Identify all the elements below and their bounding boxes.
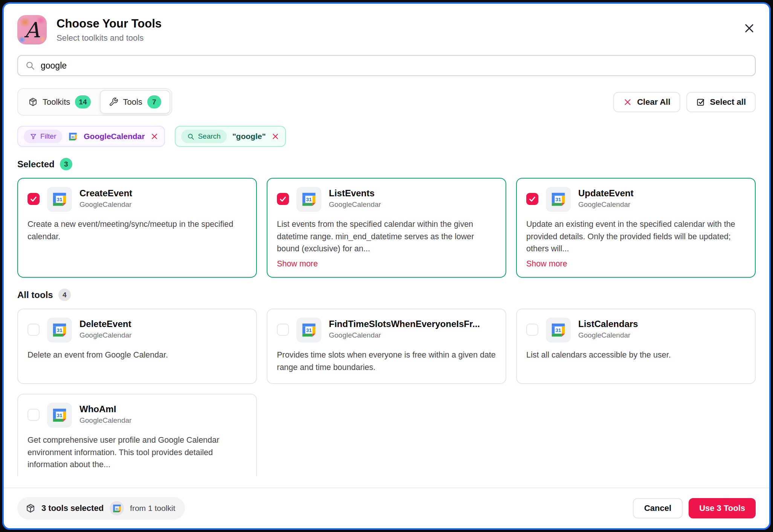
tool-card-list-events[interactable]: ListEvents GoogleCalendar List events fr… [267,178,506,278]
google-calendar-icon [51,407,68,424]
tool-description: List events from the specified calendar … [277,218,496,255]
clear-all-button[interactable]: Clear All [613,92,680,112]
tool-checkbox[interactable] [526,324,538,336]
google-calendar-icon [68,131,78,142]
active-filters: Filter GoogleCalendar Search "google" [17,126,756,147]
tool-toolkit: GoogleCalendar [79,200,132,209]
tool-toolkit: GoogleCalendar [329,331,480,339]
all-tools-section-title: All tools [17,290,53,300]
all-tools-section-header: All tools 4 [17,289,756,301]
tool-description: Create a new event/meeting/sync/meetup i… [27,218,247,243]
tool-name: ListCalendars [578,319,638,329]
select-all-label: Select all [710,97,746,107]
selected-count-badge: 3 [60,158,72,170]
clear-all-label: Clear All [637,97,670,107]
tool-checkbox[interactable] [277,324,289,336]
show-more-link[interactable]: Show more [27,475,69,476]
tool-name: UpdateEvent [578,188,634,199]
search-icon [25,61,35,70]
tool-icon-tile [47,187,72,212]
page-title: Choose Your Tools [57,17,162,31]
tool-card-who-am-i[interactable]: WhoAmI GoogleCalendar Get comprehensive … [17,394,257,476]
tool-name: CreateEvent [79,188,132,199]
tool-toolkit: GoogleCalendar [578,331,638,339]
checked-square-icon [696,98,705,107]
tool-toolkit: GoogleCalendar [578,200,634,209]
tool-card-update-event[interactable]: UpdateEvent GoogleCalendar Update an exi… [516,178,756,278]
tool-icon-tile [47,403,72,428]
tool-toolkit: GoogleCalendar [79,331,131,339]
tab-toolkits[interactable]: Toolkits 14 [19,90,100,114]
tool-name: WhoAmI [79,404,131,414]
use-tools-button[interactable]: Use 3 Tools [689,498,756,518]
show-more-link[interactable]: Show more [277,259,318,269]
tool-icon-tile [296,187,321,212]
selected-section-title: Selected [17,159,55,170]
tool-name: DeleteEvent [79,319,131,329]
tool-icon-tile [546,318,571,342]
google-calendar-icon [300,191,318,208]
check-icon [528,195,536,203]
remove-filter-icon[interactable] [150,132,159,141]
filter-chip: Filter GoogleCalendar [17,126,165,147]
filter-chip-pill: Filter [24,130,62,143]
header-text: Choose Your Tools Select toolkits and to… [57,17,162,43]
tool-name: FindTimeSlotsWhenEveryoneIsFr... [329,319,480,329]
tab-tools[interactable]: Tools 7 [100,90,170,114]
toolbar: Toolkits 14 Tools 7 Clear All [17,88,756,116]
tool-checkbox[interactable] [27,409,40,421]
tools-count-badge: 7 [147,95,161,109]
toolkits-count-badge: 14 [75,95,90,109]
funnel-icon [30,133,37,140]
search-chip-value: "google" [232,132,266,141]
tool-card-create-event[interactable]: CreateEvent GoogleCalendar Create a new … [17,178,257,278]
google-calendar-icon [51,321,68,339]
selected-tools-grid: CreateEvent GoogleCalendar Create a new … [17,178,756,278]
tool-toolkit: GoogleCalendar [79,416,131,425]
google-calendar-icon [550,191,567,208]
dialog-content: A Choose Your Tools Select toolkits and … [4,4,769,476]
tool-description: List all calendars accessible by the use… [526,349,746,361]
app-logo-icon: A [17,15,47,44]
cancel-button[interactable]: Cancel [633,498,683,518]
selected-section-header: Selected 3 [17,158,756,170]
package-icon [26,503,35,513]
tool-icon-tile [546,187,571,212]
clear-x-icon [623,98,632,107]
tool-name: ListEvents [329,188,381,199]
tool-checkbox[interactable] [526,193,538,205]
toolbar-actions: Clear All Select all [613,92,756,112]
tool-description: Provides time slots when everyone is fre… [277,349,496,373]
search-bar[interactable] [17,55,756,76]
tool-checkbox[interactable] [27,193,40,205]
check-icon [279,195,287,203]
selection-summary: 3 tools selected from 1 toolkit [17,497,185,520]
dialog-header: A Choose Your Tools Select toolkits and … [17,15,756,44]
tool-description: Update an existing event in the specifie… [526,218,746,255]
page-subtitle: Select toolkits and tools [57,33,162,43]
google-calendar-icon [550,321,567,339]
show-more-link[interactable]: Show more [526,259,567,269]
search-input[interactable] [41,61,748,71]
google-calendar-icon [51,191,68,208]
close-icon[interactable] [743,22,756,35]
filter-chip-label: Filter [40,132,56,141]
remove-search-icon[interactable] [271,132,280,141]
tool-checkbox[interactable] [277,193,289,205]
toolkit-avatar [110,501,124,515]
tool-card-find-time-slots[interactable]: FindTimeSlotsWhenEveryoneIsFr... GoogleC… [267,309,506,384]
tool-description: Delete an event from Google Calendar. [27,349,247,361]
tab-toolkits-label: Toolkits [43,97,70,107]
tool-icon-tile [47,318,72,342]
search-chip-label: Search [198,132,220,141]
package-icon [28,97,38,107]
tool-card-list-calendars[interactable]: ListCalendars GoogleCalendar List all ca… [516,309,756,384]
tool-card-delete-event[interactable]: DeleteEvent GoogleCalendar Delete an eve… [17,309,257,384]
select-all-button[interactable]: Select all [686,92,756,112]
search-chip-pill: Search [181,130,226,143]
tab-group: Toolkits 14 Tools 7 [17,88,172,116]
wrench-icon [109,97,118,107]
all-tools-grid: DeleteEvent GoogleCalendar Delete an eve… [17,309,756,476]
tool-checkbox[interactable] [27,324,40,336]
all-tools-count-badge: 4 [58,289,71,301]
